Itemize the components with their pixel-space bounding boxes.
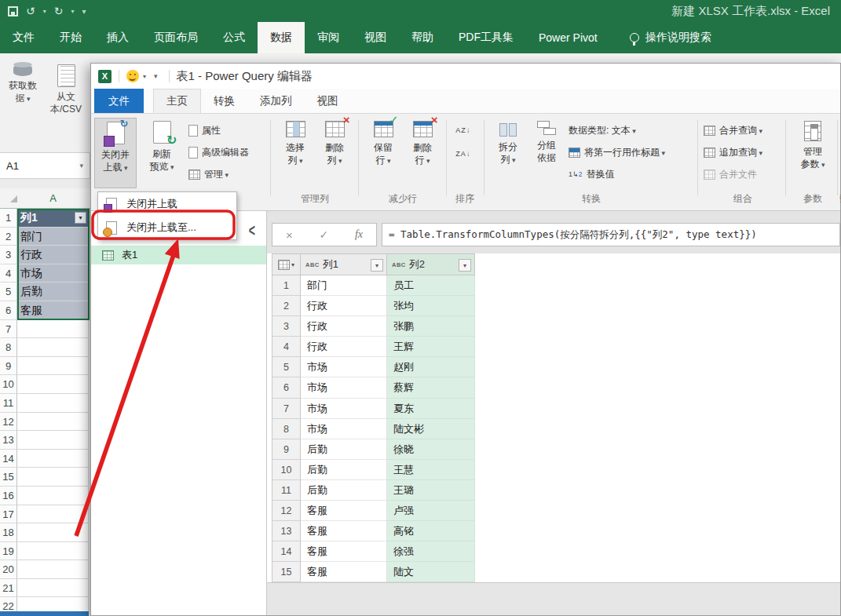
excel-cell-A12[interactable] [17,413,89,432]
name-box-caret-icon[interactable]: ▾ [79,162,83,169]
row-number[interactable]: 8 [272,419,301,439]
cell-col2[interactable]: 徐晓 [387,439,475,460]
row-header-6[interactable]: 6 [0,301,17,320]
advanced-editor-button[interactable]: 高级编辑器 [188,144,249,161]
column-header-A[interactable]: A [17,192,89,204]
cell-col2[interactable]: 王璐 [387,480,475,501]
replace-values-button[interactable]: 1↳2 替换值 [569,166,615,183]
excel-cell-A18[interactable] [17,523,89,542]
smiley-feedback-icon[interactable] [126,70,139,82]
excel-tab-视图[interactable]: 视图 [352,22,399,53]
cancel-icon[interactable]: × [286,228,293,242]
excel-cell-A2[interactable]: 部门 [17,228,89,246]
excel-cell-A13[interactable] [17,431,89,450]
pq-tab-添加列[interactable]: 添加列 [247,89,305,113]
table-menu-button[interactable]: ▾ [272,253,301,275]
row-number[interactable]: 9 [272,439,301,460]
properties-button[interactable]: 属性 [188,122,221,139]
filter-dropdown-icon[interactable]: ▾ [75,212,86,224]
menu-item-close-load-to[interactable]: 关闭并上载至... [98,216,236,239]
get-data-button[interactable]: 获取数 据 [2,58,43,140]
cell-col2[interactable]: 张鹏 [387,316,475,337]
excel-cell-A4[interactable]: 市场 [17,264,89,283]
excel-cell-A6[interactable]: 客服 [17,301,89,320]
excel-tab-开始[interactable]: 开始 [47,22,94,53]
row-number[interactable]: 3 [272,316,301,337]
row-header-16[interactable]: 16 [0,487,17,505]
cell-col2[interactable]: 夏东 [387,399,475,419]
cell-col2[interactable]: 赵刚 [387,357,475,377]
tell-me-search[interactable]: 操作说明搜索 [612,22,711,53]
keep-rows-button[interactable]: ✓ 保留 行 [364,118,402,188]
excel-cell-A17[interactable] [17,505,89,524]
excel-cell-A9[interactable] [17,357,89,376]
cell-col1[interactable]: 后勤 [301,460,387,480]
excel-tab-插入[interactable]: 插入 [94,22,141,53]
excel-cell-A7[interactable] [17,320,89,339]
cell-col1[interactable]: 市场 [301,377,387,398]
menu-item-close-load[interactable]: 关闭并上载 [98,192,236,216]
cell-col1[interactable]: 客服 [301,501,387,521]
cell-col2[interactable]: 王慧 [387,460,475,480]
row-number[interactable]: 5 [272,357,301,377]
smiley-caret-icon[interactable]: ▾ [143,73,146,80]
column-header-col2[interactable]: ABC 列2 ▾ [387,253,475,275]
cell-col1[interactable]: 行政 [301,296,387,316]
row-header-11[interactable]: 11 [0,394,17,413]
sort-ascending-button[interactable]: AZ [452,122,474,139]
cell-col2[interactable]: 卢强 [387,501,475,521]
excel-cell-A11[interactable] [17,394,89,413]
excel-cell-A14[interactable] [17,450,89,468]
row-header-12[interactable]: 12 [0,413,17,432]
row-number[interactable]: 7 [272,399,301,419]
undo-caret-icon[interactable]: ▾ [43,8,46,15]
sort-descending-button[interactable]: ZA [452,145,474,162]
cell-col2[interactable]: 陆文 [387,562,475,582]
select-all-icon[interactable] [10,195,17,202]
row-number[interactable]: 6 [272,377,301,398]
row-header-1[interactable]: 1 [0,209,17,228]
row-number[interactable]: 4 [272,337,301,357]
excel-tab-页面布局[interactable]: 页面布局 [141,22,210,53]
cell-col2[interactable]: 陆文彬 [387,419,475,439]
row-number[interactable]: 12 [272,501,301,521]
save-icon[interactable] [8,6,18,16]
pq-tab-文件[interactable]: 文件 [94,89,144,113]
name-box[interactable]: A1 ▾ [0,153,90,179]
cell-col2[interactable]: 王辉 [387,337,475,357]
pq-tab-转换[interactable]: 转换 [201,89,247,113]
cell-col2[interactable]: 蔡辉 [387,377,475,398]
qat-customize-icon[interactable]: ▾ [82,7,86,16]
cell-col1[interactable]: 后勤 [301,439,387,460]
row-number[interactable]: 10 [272,460,301,480]
cell-col2[interactable]: 徐强 [387,541,475,562]
excel-tab-审阅[interactable]: 审阅 [305,22,352,53]
merge-queries-button[interactable]: 合并查询 [704,122,762,139]
use-first-row-button[interactable]: 将第一行用作标题 [569,144,665,161]
group-by-button[interactable]: 分组 依据 [528,118,565,188]
row-number[interactable]: 1 [272,275,301,296]
undo-icon[interactable]: ↺ [26,5,35,17]
manage-parameters-button[interactable]: 管理 参数 [792,118,834,188]
manage-button[interactable]: 管理 [188,166,229,183]
close-and-load-button[interactable]: ↻ 关闭并 上载 [94,118,137,188]
row-header-7[interactable]: 7 [0,320,17,339]
excel-cell-A1[interactable]: 列1▾ [17,209,89,228]
redo-caret-icon[interactable]: ▾ [71,8,74,15]
split-column-button[interactable]: 拆分 列 [490,118,526,188]
row-header-2[interactable]: 2 [0,228,17,246]
excel-cell-A16[interactable] [17,487,89,505]
row-header-5[interactable]: 5 [0,282,17,301]
row-header-3[interactable]: 3 [0,246,17,264]
filter-dropdown-icon[interactable]: ▾ [459,259,471,272]
query-item-表1[interactable]: 表1 [91,246,266,264]
from-text-csv-button[interactable]: 从文 本/CSV [46,58,86,140]
remove-rows-button[interactable]: × 删除 行 [404,118,441,188]
row-number[interactable]: 13 [272,521,301,541]
toolbar-customize-icon[interactable]: ▾ [154,72,158,80]
cell-col1[interactable]: 客服 [301,521,387,541]
excel-tab-PDF工具集[interactable]: PDF工具集 [446,22,526,53]
row-header-10[interactable]: 10 [0,375,17,394]
excel-tab-帮助[interactable]: 帮助 [399,22,446,53]
excel-cell-A10[interactable] [17,375,89,394]
